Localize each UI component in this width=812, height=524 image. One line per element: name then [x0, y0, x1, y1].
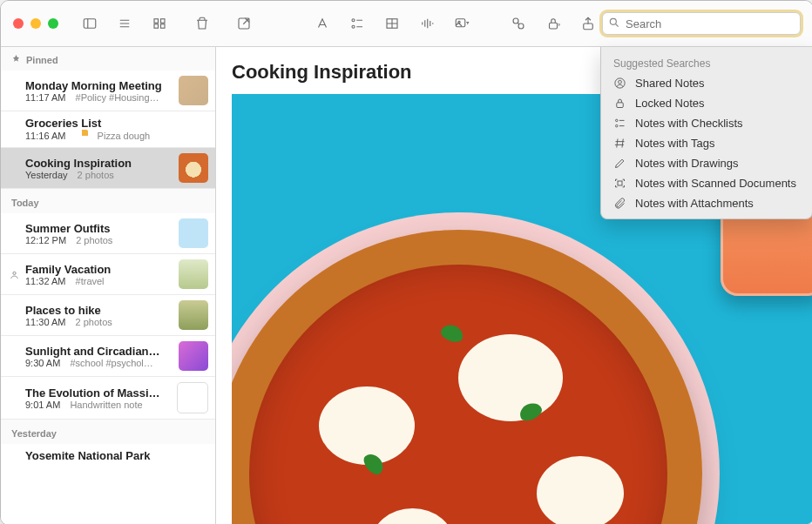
lock-icon	[613, 97, 626, 110]
suggested-label: Notes with Attachments	[635, 197, 754, 210]
note-title: Cooking Inspiration	[25, 157, 172, 170]
format-button[interactable]	[308, 12, 336, 35]
note-title: Places to hike	[25, 304, 172, 317]
note-item[interactable]: Family Vacation 11:32 AM #travel	[1, 254, 215, 295]
svg-point-32	[12, 272, 15, 274]
note-title: Sunlight and Circadian…	[25, 345, 172, 358]
note-item[interactable]: Summer Outfits 12:12 PM 2 photos	[1, 213, 215, 254]
delete-note-button[interactable]	[188, 12, 215, 35]
toolbar	[1, 1, 812, 47]
note-item[interactable]: Sunlight and Circadian… 9:30 AM #school …	[1, 336, 215, 377]
close-window-button[interactable]	[13, 18, 24, 29]
share-button[interactable]	[574, 12, 602, 35]
zoom-window-button[interactable]	[48, 18, 58, 29]
svg-rect-29	[584, 24, 593, 30]
note-title: The Evolution of Massi…	[25, 386, 170, 400]
note-thumbnail	[179, 259, 208, 289]
notes-list[interactable]: Pinned Monday Morning Meeting 11:17 AM #…	[1, 47, 216, 524]
paperclip-icon	[613, 197, 626, 210]
suggested-heading: Suggested Searches	[601, 52, 812, 73]
svg-point-36	[616, 119, 619, 122]
checklist-button[interactable]	[343, 12, 371, 35]
suggested-label: Shared Notes	[635, 77, 705, 90]
pin-icon	[11, 54, 21, 65]
note-subtitle: #Policy #Housing…	[76, 92, 159, 103]
suggested-label: Locked Notes	[635, 97, 705, 110]
search-icon	[608, 17, 620, 31]
note-subtitle: #travel	[76, 276, 105, 286]
gallery-view-button[interactable]	[145, 12, 173, 35]
suggested-searches-popup: Suggested Searches Shared Notes Locked N…	[600, 47, 812, 219]
section-yesterday-label: Yesterday	[11, 428, 57, 439]
suggested-item-shared[interactable]: Shared Notes	[601, 73, 812, 93]
note-time: 9:01 AM	[25, 400, 60, 410]
link-note-button[interactable]	[504, 12, 532, 35]
note-time: 11:16 AM	[25, 131, 65, 141]
suggested-item-locked[interactable]: Locked Notes	[601, 93, 812, 113]
suggested-item-scanned[interactable]: Notes with Scanned Documents	[601, 173, 812, 193]
note-title: Yosemite National Park	[25, 449, 208, 462]
section-today-label: Today	[11, 198, 39, 208]
svg-rect-8	[161, 24, 166, 29]
note-title: Monday Morning Meeting	[25, 79, 172, 92]
svg-point-30	[610, 18, 616, 24]
svg-point-25	[513, 18, 518, 24]
table-button[interactable]	[378, 12, 406, 35]
note-item-selected[interactable]: Cooking Inspiration Yesterday 2 photos	[1, 148, 215, 189]
audio-button[interactable]	[413, 12, 441, 35]
suggested-label: Notes with Scanned Documents	[635, 177, 796, 190]
suggested-label: Notes with Tags	[635, 137, 715, 150]
suggested-item-checklists[interactable]: Notes with Checklists	[601, 113, 812, 133]
section-pinned-label: Pinned	[26, 55, 58, 65]
toggle-sidebar-button[interactable]	[76, 12, 104, 35]
lock-menu-button[interactable]	[539, 12, 567, 35]
pencil-icon	[613, 157, 626, 170]
note-subtitle: 2 photos	[78, 170, 114, 180]
note-time: 11:30 AM	[25, 317, 65, 327]
svg-point-38	[616, 124, 619, 127]
svg-rect-0	[84, 19, 96, 29]
svg-point-26	[518, 24, 524, 29]
note-item[interactable]: Yosemite National Park	[1, 444, 215, 467]
suggested-item-drawings[interactable]: Notes with Drawings	[601, 153, 812, 173]
svg-point-34	[619, 80, 622, 84]
note-subtitle: 2 photos	[76, 235, 112, 245]
note-item[interactable]: The Evolution of Massi… 9:01 AM Handwrit…	[1, 377, 215, 420]
new-note-button[interactable]	[231, 12, 258, 35]
note-thumbnail	[179, 76, 208, 105]
note-thumbnail	[179, 300, 208, 330]
minimize-window-button[interactable]	[30, 18, 41, 29]
notes-window: Pinned Monday Morning Meeting 11:17 AM #…	[0, 0, 812, 524]
scan-icon	[613, 177, 626, 190]
note-thumbnail	[179, 218, 208, 248]
svg-rect-35	[617, 103, 624, 108]
search-field[interactable]	[602, 12, 801, 35]
note-thumbnail	[179, 341, 208, 371]
suggested-label: Notes with Checklists	[635, 117, 743, 130]
note-time: 11:32 AM	[25, 276, 65, 286]
note-item[interactable]: Groceries List 11:16 AM Pizza dough	[1, 111, 215, 148]
tag-icon	[613, 137, 626, 150]
note-subtitle: 2 photos	[76, 317, 112, 327]
svg-rect-44	[618, 181, 622, 185]
note-title: Family Vacation	[25, 263, 172, 276]
search-input[interactable]	[624, 17, 795, 31]
svg-point-11	[352, 19, 355, 22]
note-item[interactable]: Places to hike 11:30 AM 2 photos	[1, 295, 215, 336]
suggested-item-attachments[interactable]: Notes with Attachments	[601, 193, 812, 213]
media-menu-button[interactable]	[448, 12, 476, 35]
note-subtitle: Pizza dough	[98, 131, 151, 141]
note-item[interactable]: Monday Morning Meeting 11:17 AM #Policy …	[1, 71, 215, 111]
note-thumbnail	[177, 382, 208, 413]
note-content: Cooking Inspiration	[216, 47, 812, 524]
svg-line-41	[622, 139, 623, 148]
svg-rect-6	[161, 19, 166, 24]
checklist-icon	[613, 117, 626, 130]
section-pinned-header: Pinned	[1, 47, 215, 71]
svg-line-31	[616, 24, 619, 26]
svg-rect-28	[550, 23, 558, 29]
suggested-item-tags[interactable]: Notes with Tags	[601, 133, 812, 153]
list-view-button[interactable]	[111, 12, 139, 35]
pizza-emoji-icon	[76, 130, 88, 142]
app-body: Pinned Monday Morning Meeting 11:17 AM #…	[1, 47, 812, 524]
